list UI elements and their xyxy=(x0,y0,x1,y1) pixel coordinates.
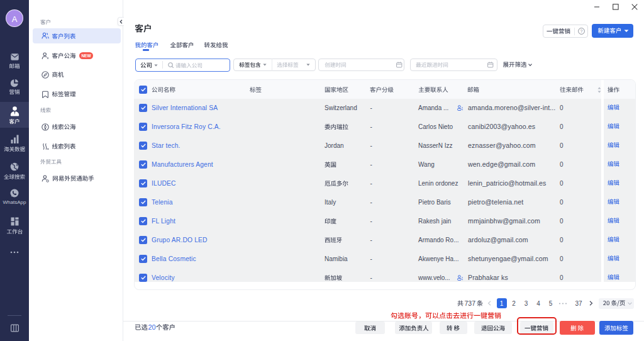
svg-text:?: ? xyxy=(580,29,582,33)
